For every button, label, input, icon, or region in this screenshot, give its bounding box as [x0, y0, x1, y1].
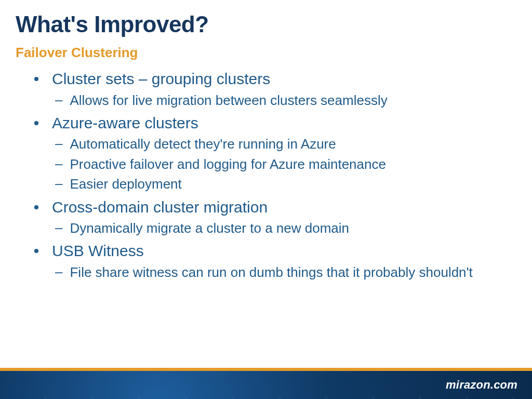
bullet-text: USB Witness	[52, 241, 144, 262]
bullet-icon	[34, 121, 38, 125]
slide: What's Improved? Failover Clustering Clu…	[0, 0, 532, 399]
sub-list: –File share witness can run on dumb thin…	[55, 263, 511, 282]
dash-icon: –	[55, 155, 62, 173]
sub-item: –Dynamically migrate a cluster to a new …	[55, 219, 511, 237]
sub-item: –Proactive failover and logging for Azur…	[55, 155, 511, 174]
bullet-text: Cluster sets – grouping clusters	[52, 69, 270, 90]
sub-list: –Allows for live migration between clust…	[55, 91, 511, 110]
bullet-icon	[34, 77, 38, 81]
sub-item: –File share witness can run on dumb thin…	[55, 263, 511, 282]
sub-item: –Easier deployment	[55, 175, 511, 193]
slide-content: Cluster sets – grouping clusters –Allows…	[31, 69, 511, 285]
bullet-text: Cross-domain cluster migration	[52, 197, 268, 218]
sub-list: –Automatically detect they're running in…	[55, 135, 511, 193]
dash-icon: –	[55, 263, 62, 281]
dash-icon: –	[55, 135, 62, 153]
sub-item: –Allows for live migration between clust…	[55, 91, 511, 110]
bullet-list: Cluster sets – grouping clusters –Allows…	[31, 69, 511, 282]
slide-title: What's Improved?	[16, 11, 209, 37]
footer: mirazon.com	[0, 368, 532, 399]
list-item: Cross-domain cluster migration –Dynamica…	[31, 197, 511, 238]
bullet-icon	[34, 249, 38, 253]
dash-icon: –	[55, 175, 62, 193]
list-item: USB Witness –File share witness can run …	[31, 241, 511, 282]
bullet-text: Azure-aware clusters	[52, 113, 198, 134]
brand-text: mirazon.com	[446, 378, 517, 392]
list-item: Cluster sets – grouping clusters –Allows…	[31, 69, 511, 110]
slide-subtitle: Failover Clustering	[16, 45, 138, 61]
dash-icon: –	[55, 91, 62, 109]
dash-icon: –	[55, 219, 62, 237]
bullet-icon	[34, 205, 38, 209]
list-item: Azure-aware clusters –Automatically dete…	[31, 113, 511, 194]
sub-list: –Dynamically migrate a cluster to a new …	[55, 219, 511, 237]
sub-item: –Automatically detect they're running in…	[55, 135, 511, 153]
